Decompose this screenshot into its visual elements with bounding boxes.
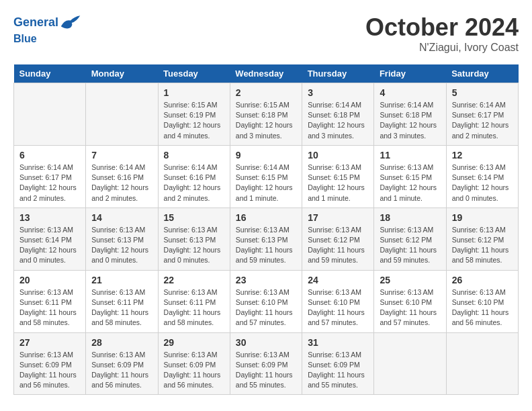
calendar-table: SundayMondayTuesdayWednesdayThursdayFrid… <box>13 64 519 395</box>
day-info: Sunrise: 6:13 AM Sunset: 6:10 PM Dayligh… <box>308 287 368 328</box>
calendar-cell: 6Sunrise: 6:14 AM Sunset: 6:17 PM Daylig… <box>14 145 86 208</box>
day-info: Sunrise: 6:15 AM Sunset: 6:18 PM Dayligh… <box>236 100 296 141</box>
day-number: 22 <box>164 275 224 285</box>
month-title: October 2024 <box>365 13 519 42</box>
page-header: General Blue October 2024 N'Ziagui, Ivor… <box>13 13 519 54</box>
day-number: 16 <box>236 212 296 223</box>
day-info: Sunrise: 6:14 AM Sunset: 6:17 PM Dayligh… <box>19 163 80 203</box>
day-info: Sunrise: 6:13 AM Sunset: 6:11 PM Dayligh… <box>19 287 80 328</box>
calendar-cell: 27Sunrise: 6:13 AM Sunset: 6:09 PM Dayli… <box>14 332 86 395</box>
day-number: 10 <box>308 150 368 161</box>
day-number: 2 <box>236 87 296 98</box>
day-number: 23 <box>236 275 296 285</box>
day-info: Sunrise: 6:13 AM Sunset: 6:12 PM Dayligh… <box>380 225 440 266</box>
day-number: 17 <box>308 212 368 223</box>
calendar-cell: 17Sunrise: 6:13 AM Sunset: 6:12 PM Dayli… <box>302 208 374 270</box>
calendar-cell: 4Sunrise: 6:14 AM Sunset: 6:18 PM Daylig… <box>374 83 446 146</box>
calendar-cell: 16Sunrise: 6:13 AM Sunset: 6:13 PM Dayli… <box>230 208 302 270</box>
day-info: Sunrise: 6:13 AM Sunset: 6:09 PM Dayligh… <box>19 350 80 391</box>
day-number: 3 <box>308 87 368 98</box>
calendar-cell: 26Sunrise: 6:13 AM Sunset: 6:10 PM Dayli… <box>446 270 518 332</box>
day-info: Sunrise: 6:13 AM Sunset: 6:11 PM Dayligh… <box>164 287 224 328</box>
col-header-tuesday: Tuesday <box>158 64 230 83</box>
day-info: Sunrise: 6:15 AM Sunset: 6:19 PM Dayligh… <box>164 100 224 141</box>
calendar-cell: 9Sunrise: 6:14 AM Sunset: 6:15 PM Daylig… <box>230 145 302 208</box>
day-number: 8 <box>164 150 224 161</box>
calendar-cell: 19Sunrise: 6:13 AM Sunset: 6:12 PM Dayli… <box>446 208 518 270</box>
day-number: 24 <box>308 275 368 285</box>
day-number: 5 <box>452 87 513 98</box>
day-number: 18 <box>380 212 440 223</box>
day-info: Sunrise: 6:13 AM Sunset: 6:11 PM Dayligh… <box>91 287 152 328</box>
week-row-5: 27Sunrise: 6:13 AM Sunset: 6:09 PM Dayli… <box>14 332 519 395</box>
calendar-cell <box>374 332 446 395</box>
calendar-cell: 18Sunrise: 6:13 AM Sunset: 6:12 PM Dayli… <box>374 208 446 270</box>
col-header-friday: Friday <box>374 64 446 83</box>
day-info: Sunrise: 6:14 AM Sunset: 6:18 PM Dayligh… <box>308 100 368 141</box>
day-info: Sunrise: 6:13 AM Sunset: 6:13 PM Dayligh… <box>91 225 152 266</box>
day-number: 27 <box>19 337 80 348</box>
calendar-cell <box>446 332 518 395</box>
day-info: Sunrise: 6:14 AM Sunset: 6:15 PM Dayligh… <box>236 163 296 203</box>
day-info: Sunrise: 6:14 AM Sunset: 6:18 PM Dayligh… <box>380 100 440 141</box>
day-number: 21 <box>91 275 152 285</box>
day-number: 12 <box>452 150 513 161</box>
header-row: SundayMondayTuesdayWednesdayThursdayFrid… <box>14 64 519 83</box>
calendar-cell: 12Sunrise: 6:13 AM Sunset: 6:14 PM Dayli… <box>446 145 518 208</box>
title-block: October 2024 N'Ziagui, Ivory Coast <box>365 13 519 54</box>
col-header-thursday: Thursday <box>302 64 374 83</box>
calendar-cell: 7Sunrise: 6:14 AM Sunset: 6:16 PM Daylig… <box>86 145 158 208</box>
day-number: 31 <box>308 337 368 348</box>
calendar-cell: 15Sunrise: 6:13 AM Sunset: 6:13 PM Dayli… <box>158 208 230 270</box>
week-row-2: 6Sunrise: 6:14 AM Sunset: 6:17 PM Daylig… <box>14 145 519 208</box>
day-number: 19 <box>452 212 513 223</box>
day-info: Sunrise: 6:13 AM Sunset: 6:09 PM Dayligh… <box>236 350 296 391</box>
calendar-cell: 14Sunrise: 6:13 AM Sunset: 6:13 PM Dayli… <box>86 208 158 270</box>
week-row-1: 1Sunrise: 6:15 AM Sunset: 6:19 PM Daylig… <box>14 83 519 146</box>
calendar-cell: 11Sunrise: 6:13 AM Sunset: 6:15 PM Dayli… <box>374 145 446 208</box>
calendar-cell: 24Sunrise: 6:13 AM Sunset: 6:10 PM Dayli… <box>302 270 374 332</box>
day-info: Sunrise: 6:13 AM Sunset: 6:10 PM Dayligh… <box>452 287 513 328</box>
day-number: 28 <box>91 337 152 348</box>
day-number: 15 <box>164 212 224 223</box>
calendar-cell: 23Sunrise: 6:13 AM Sunset: 6:10 PM Dayli… <box>230 270 302 332</box>
day-number: 6 <box>19 150 80 161</box>
calendar-cell: 28Sunrise: 6:13 AM Sunset: 6:09 PM Dayli… <box>86 332 158 395</box>
day-number: 4 <box>380 87 440 98</box>
day-info: Sunrise: 6:13 AM Sunset: 6:09 PM Dayligh… <box>91 350 152 391</box>
day-number: 25 <box>380 275 440 285</box>
day-info: Sunrise: 6:13 AM Sunset: 6:15 PM Dayligh… <box>380 163 440 203</box>
calendar-cell: 3Sunrise: 6:14 AM Sunset: 6:18 PM Daylig… <box>302 83 374 146</box>
location: N'Ziagui, Ivory Coast <box>365 42 519 54</box>
day-info: Sunrise: 6:14 AM Sunset: 6:16 PM Dayligh… <box>91 163 152 203</box>
day-info: Sunrise: 6:13 AM Sunset: 6:13 PM Dayligh… <box>164 225 224 266</box>
day-info: Sunrise: 6:13 AM Sunset: 6:10 PM Dayligh… <box>236 287 296 328</box>
calendar-cell: 22Sunrise: 6:13 AM Sunset: 6:11 PM Dayli… <box>158 270 230 332</box>
col-header-wednesday: Wednesday <box>230 64 302 83</box>
calendar-cell: 25Sunrise: 6:13 AM Sunset: 6:10 PM Dayli… <box>374 270 446 332</box>
calendar-cell: 21Sunrise: 6:13 AM Sunset: 6:11 PM Dayli… <box>86 270 158 332</box>
day-number: 13 <box>19 212 80 223</box>
day-info: Sunrise: 6:13 AM Sunset: 6:15 PM Dayligh… <box>308 163 368 203</box>
day-number: 26 <box>452 275 513 285</box>
day-number: 30 <box>236 337 296 348</box>
day-number: 29 <box>164 337 224 348</box>
calendar-cell: 8Sunrise: 6:14 AM Sunset: 6:16 PM Daylig… <box>158 145 230 208</box>
calendar-cell <box>14 83 86 146</box>
day-number: 20 <box>19 275 80 285</box>
day-info: Sunrise: 6:14 AM Sunset: 6:17 PM Dayligh… <box>452 100 513 141</box>
calendar-cell: 10Sunrise: 6:13 AM Sunset: 6:15 PM Dayli… <box>302 145 374 208</box>
col-header-sunday: Sunday <box>14 64 86 83</box>
day-number: 7 <box>91 150 152 161</box>
day-info: Sunrise: 6:13 AM Sunset: 6:14 PM Dayligh… <box>452 163 513 203</box>
logo-bird-icon <box>60 13 81 32</box>
week-row-4: 20Sunrise: 6:13 AM Sunset: 6:11 PM Dayli… <box>14 270 519 332</box>
calendar-cell: 31Sunrise: 6:13 AM Sunset: 6:09 PM Dayli… <box>302 332 374 395</box>
day-info: Sunrise: 6:14 AM Sunset: 6:16 PM Dayligh… <box>164 163 224 203</box>
calendar-cell <box>86 83 158 146</box>
calendar-cell: 5Sunrise: 6:14 AM Sunset: 6:17 PM Daylig… <box>446 83 518 146</box>
col-header-monday: Monday <box>86 64 158 83</box>
day-info: Sunrise: 6:13 AM Sunset: 6:12 PM Dayligh… <box>308 225 368 266</box>
day-info: Sunrise: 6:13 AM Sunset: 6:09 PM Dayligh… <box>164 350 224 391</box>
calendar-cell: 29Sunrise: 6:13 AM Sunset: 6:09 PM Dayli… <box>158 332 230 395</box>
